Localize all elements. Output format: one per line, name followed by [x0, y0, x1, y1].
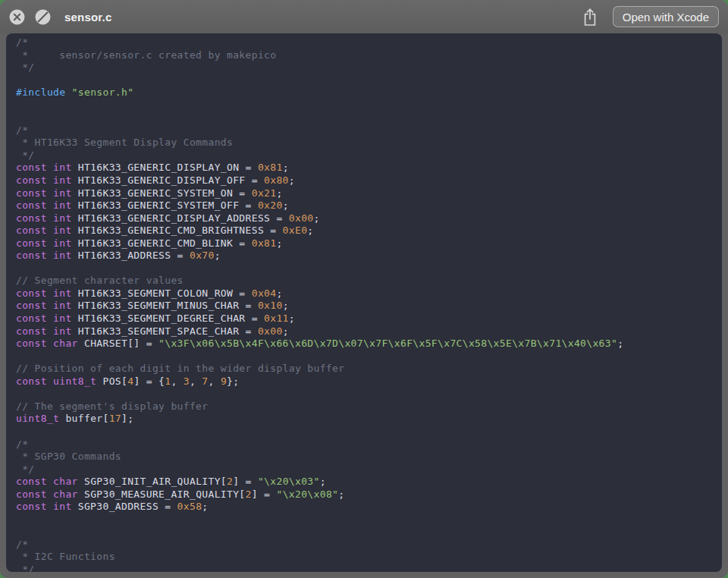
code-token-comment: */: [16, 149, 35, 161]
code-token-plain: ;: [276, 237, 282, 249]
code-token-plain: HT16K33_GENERIC_CMD_BLINK =: [72, 237, 252, 249]
close-icon: [9, 9, 25, 25]
code-line: */: [16, 149, 722, 162]
code-line: * sensor/sensor.c created by makepico: [16, 49, 722, 62]
code-line: const int HT16K33_SEGMENT_DEGREE_CHAR = …: [16, 313, 722, 325]
code-token-kw: const int: [16, 174, 72, 186]
code-token-num: 0x21: [252, 187, 277, 199]
open-with-xcode-button[interactable]: Open with Xcode: [613, 6, 719, 27]
code-token-plain: ;: [320, 476, 326, 487]
share-button[interactable]: [582, 8, 598, 27]
code-line: const int HT16K33_SEGMENT_SPACE_CHAR = 0…: [16, 325, 722, 338]
code-token-plain: ;: [283, 199, 289, 211]
code-token-kw: const int: [16, 162, 72, 173]
code-token-plain: ;: [276, 187, 282, 199]
code-line: const uint8_t POS[4] = {1, 3, 7, 9};: [16, 375, 722, 388]
code-token-kw: const uint8_t: [16, 375, 96, 387]
share-icon: [582, 8, 598, 27]
code-line: const int HT16K33_SEGMENT_MINUS_CHAR = 0…: [16, 300, 722, 313]
code-token-pre: #include: [16, 86, 65, 98]
code-token-plain: ;: [276, 287, 282, 299]
code-token-plain: POS[: [96, 375, 127, 387]
prohibited-icon: [35, 9, 51, 25]
code-token-plain: ;: [617, 338, 623, 349]
code-token-kw: const int: [16, 212, 72, 224]
code-token-num: 0xE0: [283, 225, 308, 236]
code-line: const int HT16K33_GENERIC_SYSTEM_ON = 0x…: [16, 187, 722, 200]
code-token-kw: const int: [16, 300, 72, 311]
code-line: /*: [16, 539, 722, 551]
code-token-plain: ] =: [233, 476, 258, 487]
code-line: const char SGP30_INIT_AIR_QUALITY[2] = "…: [16, 476, 722, 488]
code-token-plain: HT16K33_ADDRESS =: [72, 250, 190, 261]
code-line: const int HT16K33_GENERIC_CMD_BLINK = 0x…: [16, 237, 722, 250]
code-token-kw: const int: [16, 237, 72, 249]
code-token-kw: const int: [16, 325, 72, 337]
code-token-kw: const int: [16, 501, 72, 512]
code-token-num: 3: [184, 375, 190, 387]
code-token-comment: /*: [16, 438, 28, 450]
code-token-str: "\x20\x03": [258, 476, 320, 487]
code-token-comment: /*: [16, 36, 28, 48]
code-token-comment: */: [16, 463, 35, 475]
code-line: [16, 526, 722, 539]
code-token-plain: CHARSET[] =: [78, 338, 158, 349]
code-line: [16, 350, 722, 363]
code-token-plain: [65, 86, 71, 98]
code-token-comment: // Position of each digit in the wider d…: [16, 363, 344, 374]
code-token-comment: */: [16, 61, 35, 73]
code-token-num: 0x80: [264, 174, 289, 186]
code-token-plain: ] =: [252, 488, 277, 500]
code-line: [16, 514, 722, 526]
code-token-plain: ,: [171, 375, 183, 387]
code-token-num: 0x00: [289, 212, 314, 224]
code-panel[interactable]: /* * sensor/sensor.c created by makepico…: [6, 33, 722, 572]
code-token-str: "sensor.h": [72, 86, 134, 98]
code-token-comment: // Segment character values: [16, 275, 184, 286]
code-line: */: [16, 564, 722, 572]
code-line: * SGP30 Commands: [16, 451, 722, 463]
code-line: [16, 112, 722, 124]
close-button[interactable]: [9, 9, 25, 25]
code-line: [16, 388, 722, 401]
code-line: const int HT16K33_GENERIC_DISPLAY_ON = 0…: [16, 162, 722, 174]
code-token-kw: const int: [16, 313, 72, 324]
prohibited-button[interactable]: [35, 9, 51, 25]
code-token-plain: HT16K33_GENERIC_DISPLAY_ON =: [72, 162, 258, 173]
code-line: * HT16K33 Segment Display Commands: [16, 137, 722, 149]
code-line: // The segment's display buffer: [16, 401, 722, 413]
code-line: */: [16, 61, 722, 74]
code-token-comment: /*: [16, 124, 28, 136]
code-token-num: 0x11: [264, 313, 289, 324]
code-token-num: 7: [202, 375, 208, 387]
code-line: // Segment character values: [16, 275, 722, 287]
code-token-num: 0x20: [258, 199, 283, 211]
code-token-plain: ,: [209, 375, 221, 387]
code-token-num: 0x81: [258, 162, 283, 173]
code-line: const int HT16K33_SEGMENT_COLON_ROW = 0x…: [16, 287, 722, 300]
code-token-plain: HT16K33_SEGMENT_DEGREE_CHAR =: [72, 313, 264, 324]
code-line: const int HT16K33_GENERIC_CMD_BRIGHTNESS…: [16, 225, 722, 237]
code-line: */: [16, 463, 722, 476]
window-title: sensor.c: [64, 11, 111, 24]
code-token-plain: ;: [314, 212, 320, 224]
code-line: const int HT16K33_GENERIC_SYSTEM_OFF = 0…: [16, 199, 722, 212]
code-token-plain: ;: [283, 162, 289, 173]
code-line: [16, 74, 722, 87]
code-line: const char SGP30_MEASURE_AIR_QUALITY[2] …: [16, 488, 722, 501]
code-token-num: 0x58: [177, 501, 202, 512]
code-token-num: 0x70: [190, 250, 215, 261]
code-token-num: 0x04: [252, 287, 277, 299]
code-token-kw: const int: [16, 199, 72, 211]
code-token-plain: HT16K33_GENERIC_SYSTEM_OFF =: [72, 199, 258, 211]
code-line: const int HT16K33_GENERIC_DISPLAY_OFF = …: [16, 174, 722, 187]
code-token-comment: * HT16K33 Segment Display Commands: [16, 137, 233, 148]
code-token-comment: // The segment's display buffer: [16, 401, 208, 412]
code-line: const int HT16K33_GENERIC_DISPLAY_ADDRES…: [16, 212, 722, 225]
code-token-plain: ;: [289, 313, 295, 324]
code-token-kw: const int: [16, 187, 72, 199]
code-token-plain: ;: [338, 488, 344, 500]
code-token-plain: HT16K33_GENERIC_CMD_BRIGHTNESS =: [72, 225, 283, 236]
code-token-plain: SGP30_INIT_AIR_QUALITY[: [78, 476, 227, 487]
code-token-num: 9: [221, 375, 227, 387]
